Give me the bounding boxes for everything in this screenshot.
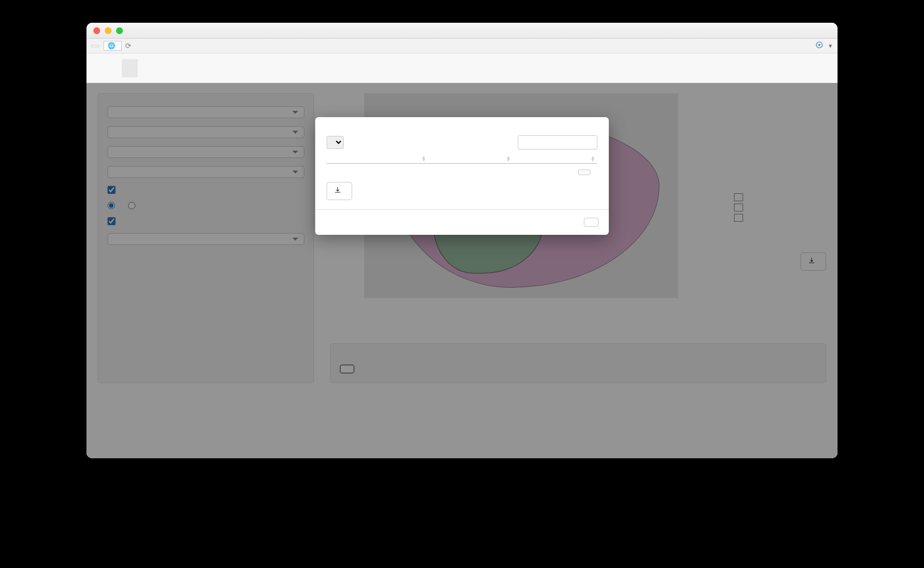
browser-icon: 🌐: [108, 42, 116, 49]
download-icon: [334, 186, 341, 196]
th-index[interactable]: [327, 154, 344, 164]
nav-tab-help[interactable]: [154, 59, 170, 77]
pager: [571, 169, 597, 175]
sort-icon: ▲▼: [591, 156, 595, 161]
datatable-topbar: [327, 135, 597, 150]
entries-select[interactable]: [327, 136, 344, 149]
refresh-icon[interactable]: ⟳: [125, 42, 131, 50]
maximize-window-icon[interactable]: [116, 27, 123, 34]
download-posthoc-button[interactable]: [327, 182, 352, 200]
svg-point-1: [818, 44, 820, 46]
entries-length: [327, 136, 344, 149]
th-mean-rank-diff[interactable]: ▲▼: [428, 154, 513, 164]
sort-icon: ▲▼: [422, 156, 426, 161]
titlebar: [86, 23, 838, 39]
datatable-footer: [327, 169, 597, 175]
dismiss-button[interactable]: [584, 218, 599, 227]
posthoc-modal: ▲▼ ▲▼ ▲▼: [315, 117, 609, 235]
page-number[interactable]: [578, 169, 591, 175]
url-toolbar: 🌐 ⟳ ▼: [86, 39, 838, 53]
table-search: [518, 135, 597, 150]
close-window-icon[interactable]: [93, 27, 100, 34]
table-header-row: ▲▼ ▲▼ ▲▼: [327, 154, 597, 164]
publish-button[interactable]: ▼: [815, 41, 833, 51]
navbar: [86, 53, 838, 83]
th-padj[interactable]: ▲▼: [513, 154, 597, 164]
app-window: 🌐 ⟳ ▼: [86, 23, 838, 458]
th-comparison[interactable]: ▲▼: [344, 154, 428, 164]
nav-tab-analysis[interactable]: [122, 59, 138, 77]
chevron-down-icon: ▼: [828, 43, 833, 49]
app-body: ▲▼ ▲▼ ▲▼: [86, 83, 838, 458]
posthoc-table: ▲▼ ▲▼ ▲▼: [327, 154, 597, 164]
sort-icon: ▲▼: [506, 156, 510, 161]
open-in-browser-button[interactable]: 🌐: [104, 41, 122, 51]
search-input[interactable]: [518, 135, 597, 150]
modal-body: ▲▼ ▲▼ ▲▼: [315, 117, 609, 209]
url-field[interactable]: [91, 45, 99, 47]
minimize-window-icon[interactable]: [105, 27, 112, 34]
nav-tab-settings[interactable]: [138, 59, 154, 77]
publish-icon: [815, 41, 823, 51]
traffic-lights: [93, 27, 123, 34]
modal-footer: [315, 209, 609, 235]
nav-tab-data[interactable]: [106, 59, 122, 77]
